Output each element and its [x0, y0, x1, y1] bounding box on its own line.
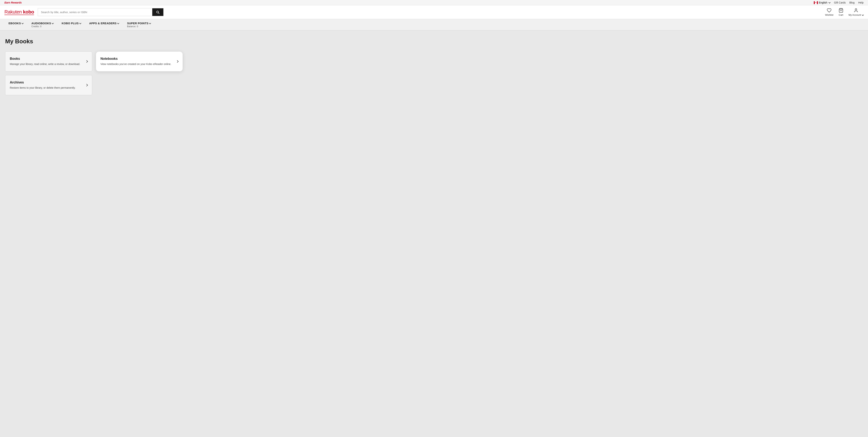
books-card-arrow-icon	[85, 60, 88, 63]
language-selector[interactable]: English	[814, 1, 830, 4]
cart-icon	[839, 8, 843, 13]
nav-kobo-plus-label: KOBO PLUS	[62, 22, 81, 25]
books-card-content: Books Manage your library, read online, …	[10, 57, 82, 66]
cards-grid: Books Manage your library, read online, …	[5, 52, 183, 95]
page-content: My Books Books Manage your library, read…	[0, 31, 868, 431]
earn-rewards-anchor[interactable]: Earn Rewards	[4, 1, 22, 4]
archives-card-arrow-icon	[85, 84, 88, 86]
cart-label: Cart	[839, 13, 843, 16]
books-card-desc: Manage your library, read online, write …	[10, 62, 82, 66]
my-account-label: My Account	[848, 13, 864, 16]
audiobooks-chevron-icon	[52, 22, 54, 24]
svg-point-4	[157, 11, 159, 13]
wishlist-label: Wishlist	[825, 13, 833, 16]
logo-rakuten: Rakuten	[4, 9, 23, 14]
logo-kobo: kobo	[23, 9, 34, 14]
language-chevron-icon	[829, 1, 831, 3]
my-account-button[interactable]: My Account	[848, 8, 864, 16]
superpoints-chevron-icon	[149, 22, 151, 24]
svg-rect-2	[817, 1, 818, 4]
archives-card-title: Archives	[10, 81, 82, 84]
nav-apps-label: APPS & eREADERS	[89, 22, 119, 25]
nav-superpoints-label: SUPER POINTS	[127, 22, 151, 25]
canada-flag-icon	[814, 1, 818, 4]
nav-audiobooks-label: AUDIOBOOKS	[31, 22, 54, 25]
nav-kobo-plus[interactable]: KOBO PLUS	[58, 19, 85, 30]
earn-rewards-link[interactable]: Earn Rewards	[4, 1, 22, 4]
blog-link[interactable]: Blog	[849, 1, 855, 4]
gift-cards-link[interactable]: Gift Cards	[834, 1, 846, 4]
search-bar	[38, 8, 163, 16]
svg-line-5	[158, 12, 159, 13]
notebooks-card[interactable]: Notebooks View notebooks you've created …	[96, 52, 183, 71]
search-button[interactable]	[152, 8, 163, 16]
page-title: My Books	[5, 38, 863, 45]
nav-superpoints-sub: Balance: 0	[127, 25, 138, 28]
logo-text: Rakuten kobo	[4, 9, 34, 14]
svg-rect-1	[814, 1, 815, 4]
header-right: Wishlist Cart My Account	[825, 8, 864, 16]
language-label: English	[819, 1, 827, 4]
nav-bar: eBOOKS AUDIOBOOKS Credits: 0 KOBO PLUS A…	[0, 19, 868, 31]
logo-underline	[4, 14, 34, 15]
wishlist-button[interactable]: Wishlist	[825, 8, 833, 16]
archives-card-desc: Restore items to your library, or delete…	[10, 86, 82, 90]
header: Rakuten kobo Wishlist Cart	[0, 5, 868, 19]
archives-card[interactable]: Archives Restore items to your library, …	[5, 75, 92, 95]
books-card-title: Books	[10, 57, 82, 61]
nav-audiobooks[interactable]: AUDIOBOOKS Credits: 0	[27, 19, 58, 30]
search-input[interactable]	[38, 8, 152, 16]
help-link[interactable]: Help	[858, 1, 864, 4]
books-card[interactable]: Books Manage your library, read online, …	[5, 52, 92, 71]
notebooks-card-title: Notebooks	[100, 57, 173, 61]
archives-card-content: Archives Restore items to your library, …	[10, 81, 82, 90]
ebooks-chevron-icon	[22, 22, 24, 24]
nav-ebooks[interactable]: eBOOKS	[4, 19, 27, 30]
koboplus-chevron-icon	[79, 22, 81, 24]
nav-audiobooks-sub: Credits: 0	[31, 25, 41, 28]
top-bar: Earn Rewards English Gift Cards Blog Hel…	[0, 0, 868, 5]
nav-apps-ereaders[interactable]: APPS & eREADERS	[85, 19, 123, 30]
apps-chevron-icon	[117, 22, 119, 24]
heart-icon	[827, 8, 832, 13]
notebooks-card-content: Notebooks View notebooks you've created …	[100, 57, 173, 66]
cart-button[interactable]: Cart	[839, 8, 843, 16]
logo[interactable]: Rakuten kobo	[4, 9, 34, 15]
nav-super-points[interactable]: SUPER POINTS Balance: 0	[123, 19, 155, 30]
account-icon	[854, 8, 858, 13]
top-bar-right: English Gift Cards Blog Help	[814, 1, 864, 4]
notebooks-card-arrow-icon	[176, 60, 179, 63]
nav-ebooks-label: eBOOKS	[8, 22, 23, 25]
account-chevron-icon	[862, 14, 864, 16]
svg-point-7	[855, 8, 857, 10]
search-icon	[156, 10, 160, 14]
notebooks-card-desc: View notebooks you've created on your Ko…	[100, 62, 173, 66]
